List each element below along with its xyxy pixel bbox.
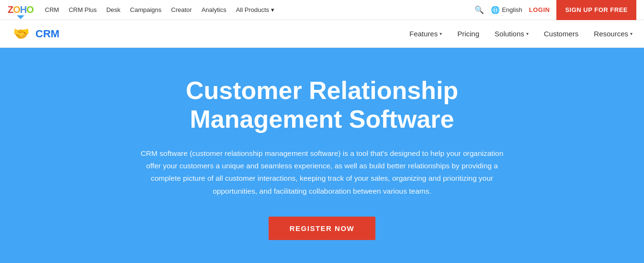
nav-link-crmplus[interactable]: CRM Plus [68,6,97,13]
top-nav-links: CRM CRM Plus Desk Campaigns Creator Anal… [45,6,475,13]
nav-pricing[interactable]: Pricing [457,30,479,38]
logo-o2: O [26,4,34,15]
nav-features[interactable]: Features ▾ [409,30,442,38]
nav-link-campaigns[interactable]: Campaigns [130,6,162,13]
nav-customers[interactable]: Customers [544,30,579,38]
search-button[interactable]: 🔍 [475,5,484,14]
nav-link-crm[interactable]: CRM [45,6,59,13]
all-products-dropdown[interactable]: All Products ▾ [236,6,274,13]
secondary-nav: 🤝 CRM Features ▾ Pricing Solutions ▾ Cus… [0,20,644,48]
nav-solutions[interactable]: Solutions ▾ [495,30,529,38]
nav-link-desk[interactable]: Desk [106,6,121,13]
solutions-label: Solutions [495,30,524,38]
top-nav-right: 🔍 🌐 English LOGIN SIGN UP FOR FREE [475,0,636,20]
resources-label: Resources [594,30,628,38]
all-products-label: All Products [236,6,269,13]
globe-icon: 🌐 [491,6,500,14]
resources-arrow-icon: ▾ [630,31,633,36]
crm-logo-icon: 🤝 [11,24,31,44]
zoho-logo[interactable]: ZOHO [8,4,34,15]
hero-description: CRM software (customer relationship mana… [136,147,509,197]
solutions-arrow-icon: ▾ [526,31,529,36]
logo-z: Z [8,4,13,15]
features-arrow-icon: ▾ [440,31,442,36]
logo-o1: O [13,4,20,15]
hero-title: Customer Relationship Management Softwar… [126,77,519,134]
chevron-down-icon: ▾ [271,6,274,13]
features-label: Features [409,30,438,38]
register-now-button[interactable]: REGISTER NOW [269,217,376,240]
search-icon: 🔍 [475,5,484,14]
hero-section: Customer Relationship Management Softwar… [0,48,644,263]
nav-link-creator[interactable]: Creator [171,6,192,13]
crm-brand-title: CRM [35,28,59,40]
nav-link-analytics[interactable]: Analytics [202,6,226,13]
crm-brand[interactable]: 🤝 CRM [11,24,59,44]
login-button[interactable]: LOGIN [529,6,550,13]
nav-resources[interactable]: Resources ▾ [594,30,633,38]
language-label: English [502,6,522,13]
logo-h: H [20,4,26,15]
top-nav: ZOHO CRM CRM Plus Desk Campaigns Creator… [0,0,644,20]
signup-button[interactable]: SIGN UP FOR FREE [556,0,636,20]
language-selector[interactable]: 🌐 English [491,6,522,14]
secondary-nav-links: Features ▾ Pricing Solutions ▾ Customers… [409,30,633,38]
